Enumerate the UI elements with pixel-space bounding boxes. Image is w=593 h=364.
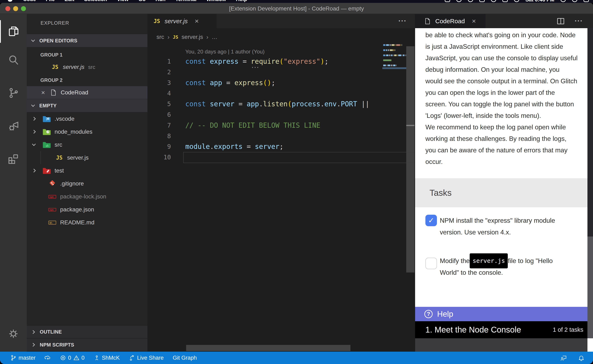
- run-and-debug-icon[interactable]: [0, 115, 27, 137]
- explorer-icon[interactable]: [0, 20, 27, 43]
- menubar-status-icon[interactable]: [479, 0, 485, 2]
- close-tab-icon[interactable]: ×: [195, 17, 199, 25]
- breadcrumb-symbol[interactable]: …: [212, 34, 217, 40]
- lesson-text-line: working at these challenges. By reading …: [425, 133, 586, 144]
- menu-item-run[interactable]: Run: [155, 0, 166, 2]
- editor-horizontal-scrollbar[interactable]: [186, 345, 350, 351]
- tree-item-label: server.js: [67, 155, 88, 161]
- spotlight-icon[interactable]: [560, 0, 566, 2]
- tree-item-node-modules[interactable]: JSnode_modules: [27, 125, 147, 138]
- node-folder-icon: JS: [43, 128, 51, 135]
- tree-item--vscode[interactable]: .vscode: [27, 112, 147, 125]
- panel-scrollbar-thumb[interactable]: [587, 14, 593, 236]
- problems-item[interactable]: 0 0: [60, 355, 85, 361]
- tab-coderoad[interactable]: CodeRoad ×: [415, 14, 486, 28]
- tab-label: server.js: [165, 18, 187, 25]
- panel-actions-icon[interactable]: ···: [575, 17, 583, 25]
- close-tab-icon[interactable]: ×: [472, 17, 476, 25]
- menubar-status-icon[interactable]: [514, 0, 519, 2]
- open-editor-coderoad[interactable]: × CodeRoad: [27, 86, 147, 99]
- code-line-9[interactable]: module.exports = server;: [185, 141, 284, 152]
- tree-item-server-js[interactable]: JSserver.js: [27, 151, 147, 164]
- tree-item-label: test: [54, 167, 64, 174]
- extensions-icon[interactable]: [0, 148, 27, 170]
- menubar-status-icon[interactable]: [491, 0, 496, 2]
- notifications-bell-icon[interactable]: [578, 354, 585, 361]
- close-icon[interactable]: ×: [41, 89, 45, 97]
- chevron-right-icon: [31, 330, 35, 334]
- lesson-text-line: screen. You can toggle the log panel wit…: [425, 98, 586, 110]
- tab-server-js[interactable]: JS server.js ×: [147, 14, 217, 28]
- siri-icon[interactable]: [572, 0, 577, 2]
- breadcrumb-src[interactable]: src: [156, 34, 164, 40]
- settings-gear-icon[interactable]: [0, 322, 27, 345]
- menubar-status-icon[interactable]: [456, 0, 462, 2]
- source-control-icon[interactable]: [0, 82, 27, 104]
- src-folder-icon: ‹/›: [43, 141, 51, 148]
- live-share-item[interactable]: Live Share: [129, 355, 164, 361]
- account-item[interactable]: ShMcK: [94, 355, 120, 361]
- chevron-right-icon: ›: [206, 33, 208, 40]
- tree-item-package-lock-json[interactable]: npmpackage-lock.json: [27, 190, 147, 203]
- menu-item-edit[interactable]: Edit: [65, 0, 74, 2]
- menu-item-help[interactable]: Help: [236, 0, 247, 2]
- codelens-annotation[interactable]: You, 20 days ago | 1 author (You): [185, 49, 265, 55]
- lesson-text-line: JavaScript, you can use the console to d…: [425, 52, 586, 64]
- control-center-icon[interactable]: [584, 0, 589, 2]
- breadcrumb-server-js[interactable]: server.js: [182, 34, 203, 40]
- minimap[interactable]: [383, 44, 406, 77]
- menu-item-code[interactable]: Code: [23, 0, 36, 2]
- tree-item-readme-md[interactable]: M↓README.md: [27, 216, 147, 229]
- chevron-down-icon: [31, 38, 35, 42]
- open-editor-server-js[interactable]: JS server.js src: [27, 61, 147, 73]
- code-line-5[interactable]: const server = app.listen(process.env.PO…: [185, 99, 369, 109]
- menubar-status-icon[interactable]: [502, 0, 508, 2]
- js-file-icon: JS: [153, 18, 160, 24]
- tree-item--gitignore[interactable]: .gitignore: [27, 177, 147, 190]
- vscode-folder-icon: [43, 115, 51, 122]
- lesson-footer[interactable]: 1. Meet the Node Console 1 of 2 tasks: [415, 321, 587, 338]
- breadcrumb[interactable]: src › JS server.js › …: [156, 33, 217, 41]
- menubar-status-icon[interactable]: [468, 0, 473, 2]
- code-line-1[interactable]: const express = require("express");: [185, 56, 328, 67]
- open-editors-section[interactable]: OPEN EDITORS: [27, 34, 147, 47]
- task-1-checkbox[interactable]: ✓: [425, 215, 437, 226]
- menubar-status-icon[interactable]: [445, 0, 450, 2]
- chevron-down-icon: [31, 103, 35, 107]
- menu-item-file[interactable]: File: [46, 0, 55, 2]
- search-icon[interactable]: [0, 49, 27, 72]
- editor-actions-icon[interactable]: ···: [398, 17, 407, 25]
- outline-section[interactable]: OUTLINE: [27, 325, 147, 338]
- split-editor-icon[interactable]: [557, 18, 564, 24]
- task-2-checkbox[interactable]: [425, 258, 437, 269]
- tree-item-package-json[interactable]: npmpackage.json: [27, 203, 147, 216]
- help-section[interactable]: ? Help: [415, 307, 587, 321]
- menu-item-window[interactable]: Window: [206, 0, 226, 2]
- open-editor-label: server.js: [63, 64, 84, 70]
- warning-count: 0: [81, 355, 85, 361]
- explorer-header: EXPLORER: [40, 20, 69, 26]
- error-icon: [60, 355, 66, 361]
- menu-item-selection[interactable]: Selection: [84, 0, 107, 2]
- tree-item-test[interactable]: test: [27, 164, 147, 177]
- tree-item-label: src: [54, 142, 62, 148]
- code-line-3[interactable]: const app = express();: [185, 78, 275, 88]
- git-graph-item[interactable]: Git Graph: [173, 355, 197, 361]
- task-1-text: NPM install the "express" library module…: [440, 215, 555, 238]
- menu-item-view[interactable]: View: [117, 0, 129, 2]
- lesson-text-line: be able to check what's going on in your…: [425, 29, 586, 41]
- feedback-icon[interactable]: [560, 354, 567, 361]
- menubar-clock[interactable]: Sat 6:46 PM: [526, 0, 554, 3]
- sync-changes-item[interactable]: [45, 355, 51, 361]
- npm-scripts-section[interactable]: NPM SCRIPTS: [27, 338, 147, 351]
- tree-item-src[interactable]: ‹/›src: [27, 138, 147, 151]
- apple-menu-icon[interactable]: [8, 0, 12, 2]
- workspace-section-empty[interactable]: EMPTY: [27, 99, 147, 112]
- menu-item-terminal[interactable]: Terminal: [175, 0, 196, 2]
- panel-scrollbar[interactable]: [587, 14, 593, 352]
- git-branch-item[interactable]: master: [10, 355, 36, 361]
- lesson-text-line: occur.: [425, 156, 586, 167]
- code-line-7[interactable]: // -- DO NOT EDIT BELOW THIS LINE: [185, 120, 320, 131]
- menu-item-go[interactable]: Go: [138, 0, 146, 2]
- window-title: [Extension Development Host] - CodeRoad …: [0, 5, 593, 12]
